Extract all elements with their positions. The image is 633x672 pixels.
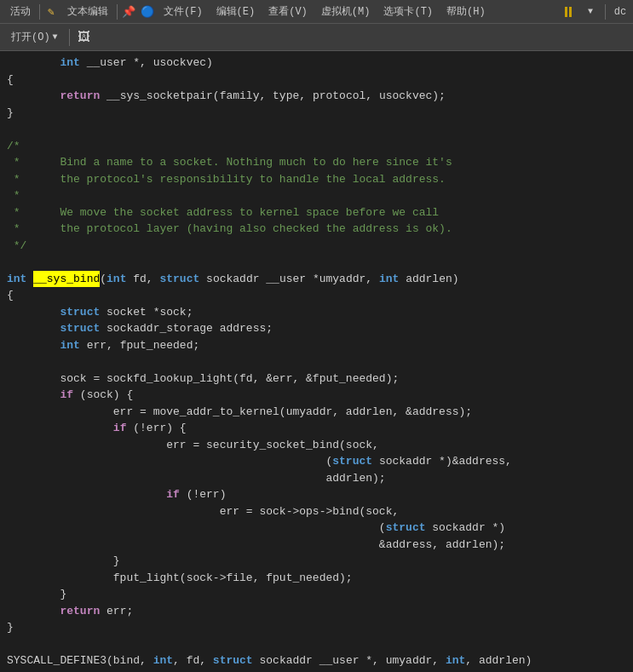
code-text: SYSCALL_DEFINE3(bind, bbox=[7, 652, 153, 669]
code-line-4: } bbox=[0, 105, 633, 122]
kw-int-2: int bbox=[7, 271, 26, 288]
kw-return-2: return bbox=[60, 603, 100, 620]
code-text bbox=[7, 121, 14, 138]
code-text: err; bbox=[100, 603, 133, 620]
pause-bar-2 bbox=[569, 7, 572, 17]
code-line-22: err = move_addr_to_kernel(umyaddr, addrl… bbox=[0, 404, 633, 421]
comment-text: /* bbox=[7, 138, 20, 155]
pause-bar-1 bbox=[565, 7, 567, 17]
text-editor-icon[interactable]: ✎ bbox=[42, 3, 60, 21]
menu-activity[interactable]: 活动 bbox=[3, 3, 37, 20]
code-text bbox=[7, 337, 60, 354]
code-line-14: int __sys_bind(int fd, struct sockaddr _… bbox=[0, 271, 633, 288]
code-text bbox=[7, 320, 60, 337]
code-text: __user *, usockvec) bbox=[80, 55, 213, 72]
code-line-13 bbox=[0, 254, 633, 271]
code-line-28: err = sock->ops->bind(sock, bbox=[0, 503, 633, 520]
code-line-8: * the protocol's responsibility to handl… bbox=[0, 171, 633, 188]
code-text: } bbox=[7, 586, 66, 603]
code-line-23: if (!err) { bbox=[0, 420, 633, 437]
dropdown-arrow-icon[interactable]: ▼ bbox=[581, 3, 600, 21]
file-icon[interactable]: 🖼 bbox=[75, 28, 94, 47]
kw-int-3: int bbox=[106, 271, 126, 288]
open-button[interactable]: 打开(O) ▼ bbox=[5, 27, 64, 47]
code-line-30: &address, addrlen); bbox=[0, 537, 633, 554]
code-line-21: if (sock) { bbox=[0, 387, 633, 404]
kw-int-5: int bbox=[60, 337, 79, 354]
code-text: sockaddr *) bbox=[426, 520, 506, 537]
kw-if-3: if bbox=[166, 486, 180, 503]
code-text bbox=[7, 304, 60, 321]
code-line-7: * Bind a name to a socket. Nothing much … bbox=[0, 154, 633, 171]
pin-icon[interactable]: 📌 bbox=[119, 3, 138, 21]
kw-return-1: return bbox=[60, 88, 100, 105]
code-text: addrlen); bbox=[7, 470, 386, 487]
kw-int-4: int bbox=[379, 271, 399, 288]
code-line-37: SYSCALL_DEFINE3(bind, int, fd, struct so… bbox=[0, 652, 633, 669]
menu-view[interactable]: 查看(V) bbox=[262, 3, 314, 20]
window-control-icon[interactable]: dc bbox=[611, 3, 630, 21]
code-line-35: } bbox=[0, 619, 633, 636]
code-text: { bbox=[7, 72, 14, 89]
code-line-33: } bbox=[0, 586, 633, 603]
menu-vm[interactable]: 虚拟机(M) bbox=[314, 3, 377, 20]
code-text: fput_light(sock->file, fput_needed); bbox=[7, 570, 353, 587]
comment-text: * bbox=[7, 187, 20, 204]
kw-struct-5: struct bbox=[386, 520, 426, 537]
code-text bbox=[7, 636, 14, 653]
code-text: } bbox=[7, 553, 120, 570]
comment-text: */ bbox=[7, 238, 26, 255]
code-text: err, fput_needed; bbox=[80, 337, 199, 354]
code-text: sockaddr __user *, umyaddr, bbox=[253, 652, 446, 669]
code-line-25: (struct sockaddr *)&address, bbox=[0, 453, 633, 470]
kw-struct-2: struct bbox=[60, 304, 100, 321]
code-text: sockaddr *)&address, bbox=[372, 453, 512, 470]
code-text bbox=[7, 353, 14, 370]
kw-int-1: int bbox=[60, 55, 79, 72]
open-dropdown-icon: ▼ bbox=[53, 32, 58, 42]
code-line-31: } bbox=[0, 553, 633, 570]
code-line-11: * the protocol layer (having also checke… bbox=[0, 221, 633, 238]
code-text: socket *sock; bbox=[100, 304, 193, 321]
code-line-15: { bbox=[0, 287, 633, 304]
nav-icon[interactable]: 🔵 bbox=[138, 3, 157, 21]
code-text: , fd, bbox=[173, 652, 213, 669]
menu-file[interactable]: 文件(F) bbox=[157, 3, 210, 20]
menu-edit[interactable]: 编辑(E) bbox=[210, 3, 262, 20]
code-line-20: sock = sockfd_lookup_light(fd, &err, &fp… bbox=[0, 370, 633, 388]
code-line-5 bbox=[0, 121, 633, 138]
highlight-sys-bind: __sys_bind bbox=[33, 271, 100, 288]
code-text: sock = sockfd_lookup_light(fd, &err, &fp… bbox=[7, 370, 399, 388]
kw-struct-6: struct bbox=[213, 652, 253, 669]
menu-help[interactable]: 帮助(H) bbox=[440, 3, 492, 20]
code-line-24: err = security_socket_bind(sock, bbox=[0, 437, 633, 454]
menu-text-edit[interactable]: 文本编辑 bbox=[60, 3, 115, 20]
code-text: sockaddr __user *umyaddr, bbox=[199, 271, 379, 288]
menubar-icons: ▼ dc bbox=[559, 3, 630, 21]
code-text: sockaddr_storage address; bbox=[100, 320, 273, 337]
comment-text: * Bind a name to a socket. Nothing much … bbox=[7, 154, 452, 171]
kw-if-2: if bbox=[113, 420, 127, 437]
code-text: fd, bbox=[126, 271, 159, 288]
kw-int-6: int bbox=[153, 652, 173, 669]
code-text: addrlen) bbox=[399, 271, 458, 288]
code-text: { bbox=[7, 669, 14, 673]
comment-text: * the protocol's responsibility to handl… bbox=[7, 171, 446, 188]
code-line-12: */ bbox=[0, 238, 633, 255]
menubar: 活动 ✎ 文本编辑 📌 🔵 文件(F) 编辑(E) 查看(V) 虚拟机(M) 选… bbox=[0, 0, 633, 24]
code-text bbox=[7, 603, 60, 620]
menu-tab[interactable]: 选项卡(T) bbox=[377, 3, 440, 20]
code-text: (sock) { bbox=[73, 387, 133, 404]
code-text: err = security_socket_bind(sock, bbox=[7, 437, 379, 454]
comment-text: * the protocol layer (having also checke… bbox=[7, 221, 452, 238]
code-text: ( bbox=[7, 453, 332, 470]
code-text: { bbox=[7, 287, 14, 304]
menu-sep-2 bbox=[117, 4, 118, 20]
code-text: ( bbox=[100, 271, 106, 288]
toolbar: 打开(O) ▼ 🖼 bbox=[0, 24, 633, 51]
code-line-16: struct socket *sock; bbox=[0, 304, 633, 321]
pause-icon[interactable] bbox=[559, 3, 578, 21]
code-text bbox=[7, 88, 60, 105]
code-line-34: return err; bbox=[0, 603, 633, 620]
code-line-27: if (!err) bbox=[0, 486, 633, 503]
